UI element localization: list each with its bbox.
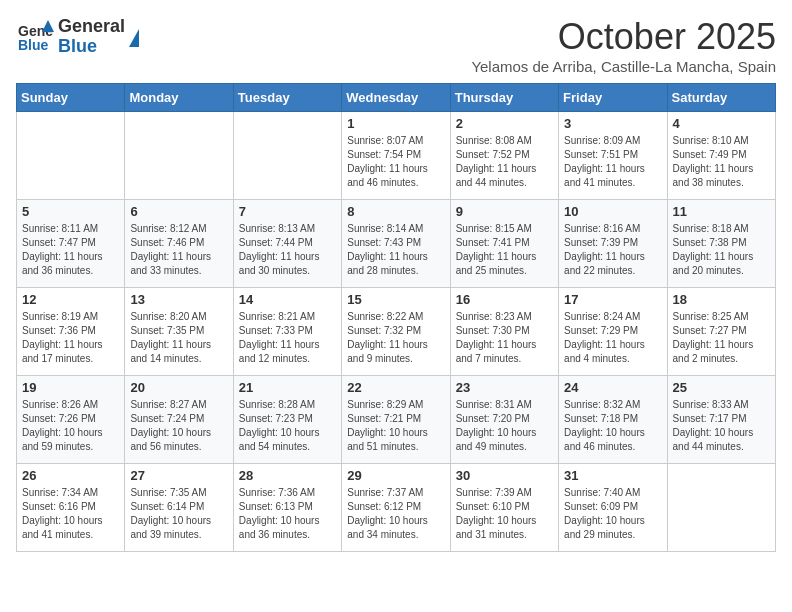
calendar-cell: 17Sunrise: 8:24 AM Sunset: 7:29 PM Dayli… <box>559 288 667 376</box>
calendar-cell: 27Sunrise: 7:35 AM Sunset: 6:14 PM Dayli… <box>125 464 233 552</box>
day-number: 9 <box>456 204 553 219</box>
calendar-cell: 16Sunrise: 8:23 AM Sunset: 7:30 PM Dayli… <box>450 288 558 376</box>
cell-content: Sunrise: 8:12 AM Sunset: 7:46 PM Dayligh… <box>130 222 227 278</box>
calendar-week-3: 12Sunrise: 8:19 AM Sunset: 7:36 PM Dayli… <box>17 288 776 376</box>
cell-content: Sunrise: 8:19 AM Sunset: 7:36 PM Dayligh… <box>22 310 119 366</box>
col-saturday: Saturday <box>667 84 775 112</box>
cell-content: Sunrise: 8:23 AM Sunset: 7:30 PM Dayligh… <box>456 310 553 366</box>
logo-icon: General Blue <box>16 16 54 54</box>
day-number: 23 <box>456 380 553 395</box>
day-number: 10 <box>564 204 661 219</box>
cell-content: Sunrise: 8:28 AM Sunset: 7:23 PM Dayligh… <box>239 398 336 454</box>
calendar-cell: 20Sunrise: 8:27 AM Sunset: 7:24 PM Dayli… <box>125 376 233 464</box>
logo-blue-text: Blue <box>58 37 125 57</box>
col-friday: Friday <box>559 84 667 112</box>
calendar-cell: 1Sunrise: 8:07 AM Sunset: 7:54 PM Daylig… <box>342 112 450 200</box>
day-number: 15 <box>347 292 444 307</box>
calendar-cell: 18Sunrise: 8:25 AM Sunset: 7:27 PM Dayli… <box>667 288 775 376</box>
day-number: 22 <box>347 380 444 395</box>
cell-content: Sunrise: 8:20 AM Sunset: 7:35 PM Dayligh… <box>130 310 227 366</box>
day-number: 26 <box>22 468 119 483</box>
day-number: 12 <box>22 292 119 307</box>
col-monday: Monday <box>125 84 233 112</box>
calendar-cell: 25Sunrise: 8:33 AM Sunset: 7:17 PM Dayli… <box>667 376 775 464</box>
day-number: 24 <box>564 380 661 395</box>
calendar-cell: 29Sunrise: 7:37 AM Sunset: 6:12 PM Dayli… <box>342 464 450 552</box>
calendar-cell: 21Sunrise: 8:28 AM Sunset: 7:23 PM Dayli… <box>233 376 341 464</box>
calendar-cell: 31Sunrise: 7:40 AM Sunset: 6:09 PM Dayli… <box>559 464 667 552</box>
calendar-cell <box>233 112 341 200</box>
day-number: 27 <box>130 468 227 483</box>
calendar-cell <box>125 112 233 200</box>
logo-text: General Blue <box>58 17 125 57</box>
cell-content: Sunrise: 8:18 AM Sunset: 7:38 PM Dayligh… <box>673 222 770 278</box>
calendar-week-4: 19Sunrise: 8:26 AM Sunset: 7:26 PM Dayli… <box>17 376 776 464</box>
calendar-cell: 11Sunrise: 8:18 AM Sunset: 7:38 PM Dayli… <box>667 200 775 288</box>
cell-content: Sunrise: 7:40 AM Sunset: 6:09 PM Dayligh… <box>564 486 661 542</box>
calendar-cell: 23Sunrise: 8:31 AM Sunset: 7:20 PM Dayli… <box>450 376 558 464</box>
calendar-cell: 6Sunrise: 8:12 AM Sunset: 7:46 PM Daylig… <box>125 200 233 288</box>
calendar-cell: 24Sunrise: 8:32 AM Sunset: 7:18 PM Dayli… <box>559 376 667 464</box>
day-number: 13 <box>130 292 227 307</box>
day-number: 30 <box>456 468 553 483</box>
header-row: Sunday Monday Tuesday Wednesday Thursday… <box>17 84 776 112</box>
calendar-cell: 3Sunrise: 8:09 AM Sunset: 7:51 PM Daylig… <box>559 112 667 200</box>
calendar-cell: 9Sunrise: 8:15 AM Sunset: 7:41 PM Daylig… <box>450 200 558 288</box>
cell-content: Sunrise: 8:24 AM Sunset: 7:29 PM Dayligh… <box>564 310 661 366</box>
calendar-cell: 10Sunrise: 8:16 AM Sunset: 7:39 PM Dayli… <box>559 200 667 288</box>
calendar-cell: 12Sunrise: 8:19 AM Sunset: 7:36 PM Dayli… <box>17 288 125 376</box>
day-number: 28 <box>239 468 336 483</box>
day-number: 3 <box>564 116 661 131</box>
calendar-cell: 30Sunrise: 7:39 AM Sunset: 6:10 PM Dayli… <box>450 464 558 552</box>
month-title: October 2025 <box>471 16 776 58</box>
calendar-cell: 2Sunrise: 8:08 AM Sunset: 7:52 PM Daylig… <box>450 112 558 200</box>
calendar-cell <box>17 112 125 200</box>
day-number: 8 <box>347 204 444 219</box>
day-number: 2 <box>456 116 553 131</box>
calendar-table: Sunday Monday Tuesday Wednesday Thursday… <box>16 83 776 552</box>
cell-content: Sunrise: 8:14 AM Sunset: 7:43 PM Dayligh… <box>347 222 444 278</box>
calendar-cell: 19Sunrise: 8:26 AM Sunset: 7:26 PM Dayli… <box>17 376 125 464</box>
calendar-cell: 28Sunrise: 7:36 AM Sunset: 6:13 PM Dayli… <box>233 464 341 552</box>
cell-content: Sunrise: 8:10 AM Sunset: 7:49 PM Dayligh… <box>673 134 770 190</box>
day-number: 11 <box>673 204 770 219</box>
calendar-week-2: 5Sunrise: 8:11 AM Sunset: 7:47 PM Daylig… <box>17 200 776 288</box>
calendar-week-5: 26Sunrise: 7:34 AM Sunset: 6:16 PM Dayli… <box>17 464 776 552</box>
cell-content: Sunrise: 8:31 AM Sunset: 7:20 PM Dayligh… <box>456 398 553 454</box>
calendar-week-1: 1Sunrise: 8:07 AM Sunset: 7:54 PM Daylig… <box>17 112 776 200</box>
col-tuesday: Tuesday <box>233 84 341 112</box>
cell-content: Sunrise: 8:07 AM Sunset: 7:54 PM Dayligh… <box>347 134 444 190</box>
cell-content: Sunrise: 8:08 AM Sunset: 7:52 PM Dayligh… <box>456 134 553 190</box>
day-number: 20 <box>130 380 227 395</box>
cell-content: Sunrise: 8:27 AM Sunset: 7:24 PM Dayligh… <box>130 398 227 454</box>
day-number: 6 <box>130 204 227 219</box>
calendar-cell: 4Sunrise: 8:10 AM Sunset: 7:49 PM Daylig… <box>667 112 775 200</box>
day-number: 29 <box>347 468 444 483</box>
calendar-cell: 22Sunrise: 8:29 AM Sunset: 7:21 PM Dayli… <box>342 376 450 464</box>
calendar-cell: 15Sunrise: 8:22 AM Sunset: 7:32 PM Dayli… <box>342 288 450 376</box>
cell-content: Sunrise: 8:32 AM Sunset: 7:18 PM Dayligh… <box>564 398 661 454</box>
calendar-cell: 26Sunrise: 7:34 AM Sunset: 6:16 PM Dayli… <box>17 464 125 552</box>
day-number: 5 <box>22 204 119 219</box>
day-number: 31 <box>564 468 661 483</box>
logo-general-text: General <box>58 17 125 37</box>
calendar-cell: 13Sunrise: 8:20 AM Sunset: 7:35 PM Dayli… <box>125 288 233 376</box>
cell-content: Sunrise: 8:26 AM Sunset: 7:26 PM Dayligh… <box>22 398 119 454</box>
cell-content: Sunrise: 7:34 AM Sunset: 6:16 PM Dayligh… <box>22 486 119 542</box>
cell-content: Sunrise: 8:33 AM Sunset: 7:17 PM Dayligh… <box>673 398 770 454</box>
col-thursday: Thursday <box>450 84 558 112</box>
day-number: 7 <box>239 204 336 219</box>
page-header: General Blue General Blue October 2025 Y… <box>16 16 776 75</box>
logo: General Blue General Blue <box>16 16 139 58</box>
cell-content: Sunrise: 7:37 AM Sunset: 6:12 PM Dayligh… <box>347 486 444 542</box>
day-number: 17 <box>564 292 661 307</box>
cell-content: Sunrise: 8:29 AM Sunset: 7:21 PM Dayligh… <box>347 398 444 454</box>
logo-triangle-icon <box>129 29 139 47</box>
calendar-cell <box>667 464 775 552</box>
cell-content: Sunrise: 8:09 AM Sunset: 7:51 PM Dayligh… <box>564 134 661 190</box>
day-number: 18 <box>673 292 770 307</box>
calendar-cell: 5Sunrise: 8:11 AM Sunset: 7:47 PM Daylig… <box>17 200 125 288</box>
cell-content: Sunrise: 8:13 AM Sunset: 7:44 PM Dayligh… <box>239 222 336 278</box>
cell-content: Sunrise: 8:16 AM Sunset: 7:39 PM Dayligh… <box>564 222 661 278</box>
day-number: 21 <box>239 380 336 395</box>
